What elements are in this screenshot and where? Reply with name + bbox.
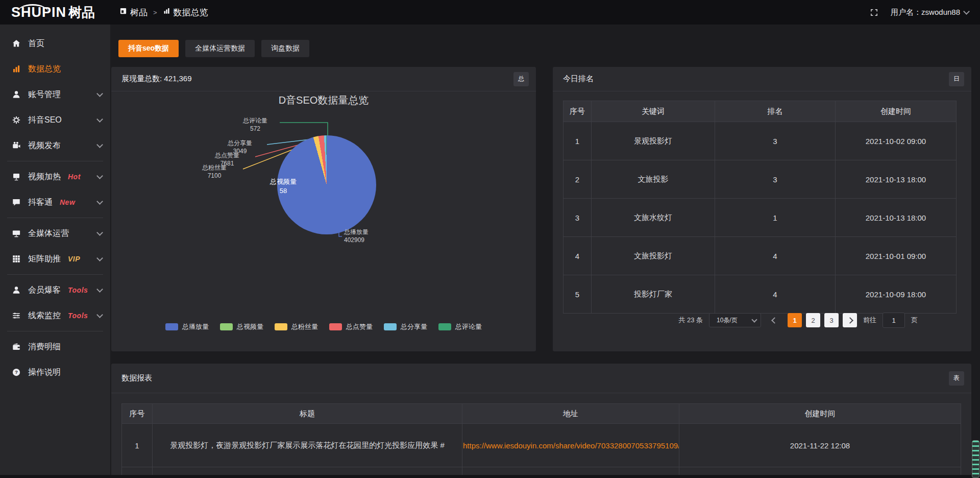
pagination: 共 23 条 10条/页 1 2 3 前往 1 页 [678,313,918,328]
chevron-right-icon [847,317,853,324]
breadcrumb-root-label: 树品 [130,7,148,18]
col-created: 创建时间 [836,101,957,122]
chevron-down-icon [96,312,103,318]
breadcrumb-root[interactable]: 树品 [119,7,148,18]
sidebar-item-douketong[interactable]: 抖客通 New [0,189,110,215]
sidebar-item-home[interactable]: 首页 [0,31,110,56]
table-row: 1景观投影灯32021-10-02 09:00 [564,122,957,160]
chevron-down-icon [96,141,103,148]
callout-comments: 总评论量572 [232,117,278,133]
user-menu[interactable]: 用户名：zswodun88 [891,8,969,17]
sidebar-item-account[interactable]: 账号管理 [0,82,110,107]
page-button-3[interactable]: 3 [824,313,839,327]
sidebar-item-spending-detail[interactable]: 消费明细 [0,334,110,360]
table-view-badge[interactable]: 表 [949,371,964,386]
tab-douyin-seo-data[interactable]: 抖音seo数据 [118,40,179,57]
col-created: 创建时间 [679,404,961,424]
chevron-left-icon [771,317,778,324]
video-url-link[interactable]: https://www.iesdouyin.com/share/video/70… [463,441,679,450]
table-header-row: 序号 关键词 排名 创建时间 [564,101,957,122]
user-icon [11,90,21,99]
sidebar-item-label: 矩阵助推 [28,254,61,265]
sidebar-item-video-publish[interactable]: 视频发布 [0,133,110,158]
divider [7,331,103,331]
rank-table: 序号 关键词 排名 创建时间 1景观投影灯32021-10-02 09:00 2… [563,101,957,314]
chevron-down-icon [96,229,103,236]
page-size-select[interactable]: 10条/页 [709,313,761,327]
panel-header: 展现量总数: 421,369 总 [111,67,536,91]
impression-total: 展现量总数: 421,369 [121,74,192,84]
sidebar-item-member-burst[interactable]: 会员爆客 Tools [0,277,110,303]
legend-item[interactable]: 总点赞量 [329,322,373,331]
horizontal-scrollbar[interactable] [0,475,980,478]
legend-item[interactable]: 总评论量 [438,322,482,331]
chart-legend: 总播放量 总视频量 总粉丝量 总点赞量 总分享量 总评论量 [111,322,536,331]
fullscreen-icon[interactable] [870,8,878,17]
goto-suffix: 页 [911,316,918,325]
data-report-panel: 数据报表 表 序号 标题 地址 创建时间 1 景观投影灯，夜游景观投影灯厂家展示… [111,364,971,478]
callout-videos: 总视频量58 [262,177,305,195]
total-view-badge[interactable]: 总 [513,72,529,86]
scrollbar-thumb[interactable] [972,440,979,478]
page-button-2[interactable]: 2 [806,313,820,327]
app-icon [119,7,127,17]
svg-text:?: ? [15,369,18,375]
page-button-1[interactable]: 1 [788,313,802,327]
callout-plays: 总播放量402909 [344,228,400,244]
report-table: 序号 标题 地址 创建时间 1 景观投影灯，夜游景观投影灯厂家展示展示落花灯在花… [121,403,961,478]
sliders-icon [11,311,21,320]
legend-item[interactable]: 总视频量 [220,322,263,331]
app-header: SHUPIN 树品 树品 > 数据总览 用户名：zswodun88 [0,0,980,25]
data-tabs: 抖音seo数据 全媒体运营数据 询盘数据 [118,40,309,57]
chevron-down-icon [96,116,103,123]
next-page-button[interactable] [843,313,857,327]
table-row: 1 景观投影灯，夜游景观投影灯厂家展示展示落花灯在花园里的灯光投影应用效果 # … [122,424,961,467]
legend-item[interactable]: 总分享量 [384,322,427,331]
table-header-row: 序号 标题 地址 创建时间 [122,404,961,424]
question-icon: ? [11,368,21,377]
sidebar-item-instructions[interactable]: ? 操作说明 [0,360,110,385]
legend-item[interactable]: 总粉丝量 [275,322,318,331]
prev-page-button[interactable] [767,313,781,327]
bar-chart-icon [163,7,170,17]
table-row: 5投影灯厂家42021-10-09 18:00 [564,275,957,314]
sidebar-item-label: 会员爆客 [28,285,61,296]
col-keyword: 关键词 [592,101,715,122]
goto-label: 前往 [863,316,876,325]
col-no: 序号 [564,101,592,122]
report-panel-title: 数据报表 [121,373,152,383]
gear-icon [11,115,21,125]
sidebar-item-matrix-boost[interactable]: 矩阵助推 VIP [0,246,110,272]
breadcrumb-current[interactable]: 数据总览 [163,7,208,18]
goto-page-input[interactable]: 1 [883,313,905,328]
divider [7,218,103,218]
table-row: 4文旅投影灯42021-10-01 09:00 [564,237,957,275]
sidebar-item-douyin-seo[interactable]: 抖音SEO [0,107,110,133]
breadcrumb-separator: > [153,9,157,16]
breadcrumb-current-label: 数据总览 [174,7,208,18]
pagination-total: 共 23 条 [678,316,703,325]
sidebar-item-label: 抖音SEO [28,115,62,126]
hot-badge: Hot [68,173,81,181]
legend-item[interactable]: 总播放量 [165,322,209,331]
tab-omni-media-data[interactable]: 全媒体运营数据 [185,40,255,57]
vip-badge: VIP [68,255,80,263]
sidebar-item-lead-monitor[interactable]: 线索监控 Tools [0,303,110,328]
wallet-icon [11,342,21,351]
sidebar-item-video-heat[interactable]: 视频加热 Hot [0,164,110,189]
day-view-badge[interactable]: 日 [949,72,964,86]
sidebar-item-data-overview[interactable]: 数据总览 [0,56,110,82]
legend-swatch [438,323,451,330]
sidebar-item-label: 首页 [28,38,44,49]
sidebar-item-label: 账号管理 [28,89,61,100]
sidebar-item-omni-media[interactable]: 全媒体运营 [0,221,110,246]
grid-icon [11,254,21,264]
sidebar-item-label: 线索监控 [28,310,61,321]
divider [7,274,103,275]
video-title: 景观投影灯，夜游景观投影灯厂家展示展示落花灯在花园里的灯光投影应用效果 # [153,424,462,467]
tab-inquiry-data[interactable]: 询盘数据 [261,40,309,57]
sidebar-item-label: 数据总览 [28,64,61,75]
chevron-down-icon [963,8,970,15]
chevron-down-icon [96,255,103,261]
monitor-icon [11,229,21,238]
